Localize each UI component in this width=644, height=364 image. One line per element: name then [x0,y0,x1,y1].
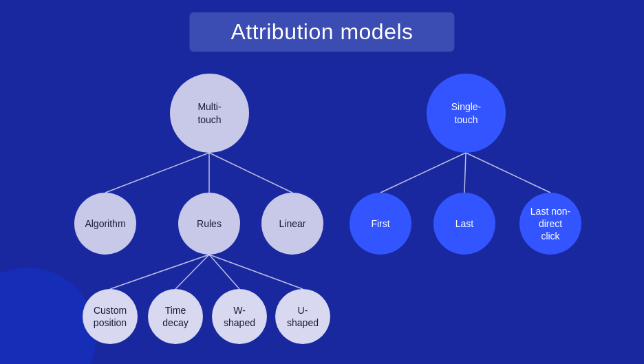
svg-line-6 [209,255,303,289]
rules-label: Rules [197,217,222,230]
wshaped-label: W-shaped [224,304,255,329]
node-multitouch: Multi-touch [170,74,249,153]
node-linear: Linear [261,193,323,255]
svg-line-8 [464,153,466,193]
svg-line-3 [110,255,209,289]
decorative-circle [0,268,96,364]
svg-line-9 [466,153,550,193]
node-rules: Rules [178,193,240,255]
page-title: Attribution models [230,19,413,45]
first-label: First [371,217,389,230]
node-first: First [350,193,411,255]
node-algorithm: Algorithm [74,193,136,255]
svg-line-5 [209,255,239,289]
lastnondirect-label: Last non-directclick [530,205,570,243]
algorithm-label: Algorithm [85,217,125,230]
custom-label: Customposition [94,304,127,329]
node-last: Last [433,193,495,255]
linear-label: Linear [279,217,306,230]
timedecay-label: Timedecay [162,304,188,329]
node-lastnondirectclick: Last non-directclick [519,193,581,255]
last-label: Last [455,217,473,230]
svg-line-2 [209,153,292,193]
svg-line-7 [380,153,466,193]
node-ushaped: U-shaped [275,289,330,344]
node-wshaped: W-shaped [212,289,267,344]
node-singletouch: Single-touch [427,74,506,153]
title-box: Attribution models [189,12,454,52]
ushaped-label: U-shaped [287,304,319,329]
node-timedecay: Timedecay [148,289,203,344]
singletouch-label: Single-touch [451,100,482,125]
multitouch-label: Multi-touch [197,100,221,125]
svg-line-0 [105,153,209,193]
node-custom-position: Customposition [83,289,138,344]
svg-line-4 [175,255,209,289]
